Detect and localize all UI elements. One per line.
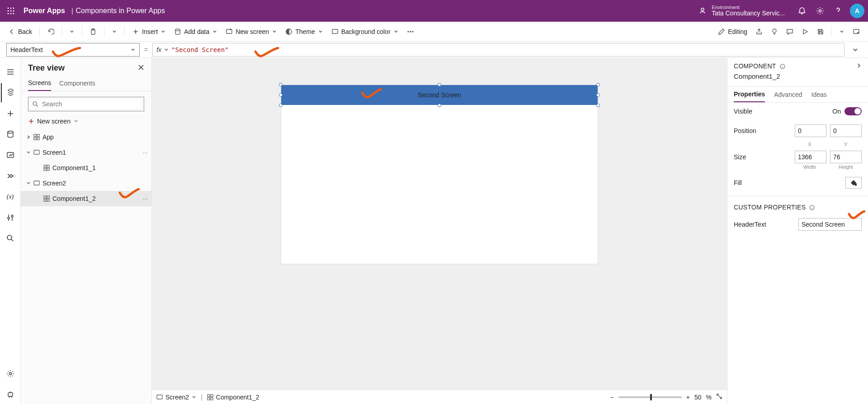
headertext-input[interactable] bbox=[798, 218, 862, 231]
undo-dropdown[interactable] bbox=[66, 26, 78, 37]
environment-name: Tata Consultancy Servic... bbox=[712, 10, 785, 17]
app-checker-button[interactable] bbox=[767, 25, 782, 38]
paste-dropdown[interactable] bbox=[108, 26, 121, 37]
environment-picker[interactable]: Environment Tata Consultancy Servic... bbox=[712, 5, 785, 17]
publish-button[interactable] bbox=[849, 25, 863, 38]
close-tree-button[interactable] bbox=[138, 64, 144, 72]
component-header[interactable]: Second Screen bbox=[281, 85, 598, 105]
tab-screens[interactable]: Screens bbox=[28, 76, 51, 91]
prop-visible-value: On bbox=[832, 108, 841, 115]
background-color-button[interactable]: Background color bbox=[328, 25, 402, 38]
zoom-slider[interactable] bbox=[618, 396, 682, 398]
new-screen-tree-button[interactable]: New screen bbox=[21, 115, 151, 129]
svg-rect-31 bbox=[44, 165, 46, 167]
tree-view-icon[interactable] bbox=[1, 83, 20, 102]
svg-point-2 bbox=[13, 8, 14, 9]
tree-item-component1-1[interactable]: Component1_1 bbox=[21, 160, 151, 176]
size-width-input[interactable] bbox=[795, 151, 826, 163]
tree-view-title: Tree view bbox=[28, 63, 65, 73]
size-height-input[interactable] bbox=[830, 151, 862, 163]
formula-input[interactable]: fx "Second Screen" bbox=[152, 43, 844, 57]
document-title: Components in Power Apps bbox=[76, 7, 165, 15]
media-rail-icon[interactable] bbox=[1, 146, 20, 165]
notifications-icon[interactable] bbox=[793, 2, 811, 20]
tree-item-app[interactable]: App bbox=[21, 129, 151, 145]
position-y-input[interactable] bbox=[830, 124, 862, 137]
insert-button[interactable]: Insert bbox=[128, 25, 170, 38]
formula-expand-button[interactable] bbox=[849, 47, 862, 53]
zoom-in-button[interactable]: + bbox=[686, 394, 690, 401]
fit-to-window-button[interactable] bbox=[716, 393, 722, 401]
svg-point-7 bbox=[10, 13, 12, 14]
editing-mode-button[interactable]: Editing bbox=[714, 25, 751, 38]
svg-point-5 bbox=[13, 10, 14, 12]
hamburger-icon[interactable] bbox=[1, 62, 20, 81]
svg-point-0 bbox=[8, 8, 9, 9]
custom-properties-label: CUSTOM PROPERTIES bbox=[734, 204, 806, 211]
flows-rail-icon[interactable] bbox=[1, 166, 20, 185]
visible-toggle[interactable] bbox=[844, 107, 862, 115]
position-x-input[interactable] bbox=[795, 124, 826, 137]
panel-expand-button[interactable] bbox=[856, 62, 862, 70]
svg-point-8 bbox=[13, 13, 14, 14]
app-launcher-icon[interactable] bbox=[4, 4, 18, 18]
search-rail-icon[interactable] bbox=[1, 229, 20, 248]
svg-point-18 bbox=[412, 31, 413, 32]
more-commands-button[interactable] bbox=[403, 25, 418, 38]
data-rail-icon[interactable] bbox=[1, 125, 20, 144]
save-dropdown[interactable] bbox=[835, 26, 848, 37]
virtual-agent-icon[interactable] bbox=[1, 385, 20, 404]
fill-color-button[interactable] bbox=[845, 177, 862, 189]
tree-item-screen1[interactable]: Screen1 ··· bbox=[21, 145, 151, 160]
tools-rail-icon[interactable] bbox=[1, 208, 20, 227]
canvas-screen[interactable]: Second Screen bbox=[281, 85, 598, 264]
tree-item-more[interactable]: ··· bbox=[142, 149, 148, 156]
svg-rect-15 bbox=[332, 29, 338, 33]
tree-item-screen2[interactable]: Screen2 bbox=[21, 176, 151, 191]
svg-rect-27 bbox=[37, 134, 39, 137]
tab-components[interactable]: Components bbox=[59, 76, 95, 91]
svg-rect-42 bbox=[211, 394, 213, 397]
svg-rect-33 bbox=[44, 168, 46, 171]
breadcrumb-selected[interactable]: Component1_2 bbox=[207, 394, 259, 401]
prop-visible-label: Visible bbox=[734, 108, 752, 115]
tab-ideas[interactable]: Ideas bbox=[811, 87, 827, 102]
canvas-area[interactable]: Second Screen Screen2 | Component1_2 bbox=[152, 58, 727, 404]
tab-properties[interactable]: Properties bbox=[734, 87, 765, 102]
zoom-out-button[interactable]: − bbox=[610, 394, 614, 401]
property-selector[interactable]: HeaderText bbox=[6, 43, 140, 57]
back-button[interactable]: Back bbox=[5, 25, 36, 38]
svg-rect-29 bbox=[37, 138, 39, 140]
tab-advanced[interactable]: Advanced bbox=[774, 87, 802, 102]
paste-button[interactable] bbox=[86, 25, 100, 38]
status-bar: Screen2 | Component1_2 − + 50 % bbox=[152, 390, 727, 404]
svg-rect-34 bbox=[47, 168, 49, 171]
svg-point-17 bbox=[410, 31, 410, 32]
svg-rect-35 bbox=[34, 181, 39, 185]
tree-item-more[interactable]: ··· bbox=[142, 195, 148, 202]
tree-search-input[interactable] bbox=[41, 100, 140, 108]
save-button[interactable] bbox=[813, 25, 828, 38]
preview-button[interactable] bbox=[798, 25, 812, 38]
tree-search[interactable] bbox=[28, 97, 144, 111]
add-data-button[interactable]: Add data bbox=[170, 25, 221, 38]
theme-button[interactable]: Theme bbox=[282, 25, 327, 38]
svg-point-4 bbox=[10, 10, 12, 12]
undo-button[interactable] bbox=[43, 25, 58, 38]
user-avatar[interactable]: A bbox=[850, 4, 864, 18]
settings-rail-icon[interactable] bbox=[1, 364, 20, 383]
settings-icon[interactable] bbox=[811, 2, 829, 20]
app-name: Power Apps bbox=[24, 7, 65, 15]
prop-headertext-label: HeaderText bbox=[734, 221, 766, 228]
new-screen-button[interactable]: New screen bbox=[222, 25, 281, 38]
share-button[interactable] bbox=[752, 25, 766, 38]
insert-rail-icon[interactable] bbox=[1, 104, 20, 123]
suite-header: Power Apps | Components in Power Apps En… bbox=[0, 0, 868, 22]
help-icon[interactable] bbox=[829, 2, 847, 20]
breadcrumb-screen[interactable]: Screen2 bbox=[156, 394, 196, 401]
svg-point-25 bbox=[33, 102, 37, 105]
tree-item-component1-2[interactable]: Component1_2 ··· bbox=[21, 191, 151, 206]
variables-rail-icon[interactable]: (x) bbox=[1, 187, 20, 206]
environment-icon[interactable] bbox=[693, 2, 712, 20]
comments-button[interactable] bbox=[783, 25, 797, 38]
